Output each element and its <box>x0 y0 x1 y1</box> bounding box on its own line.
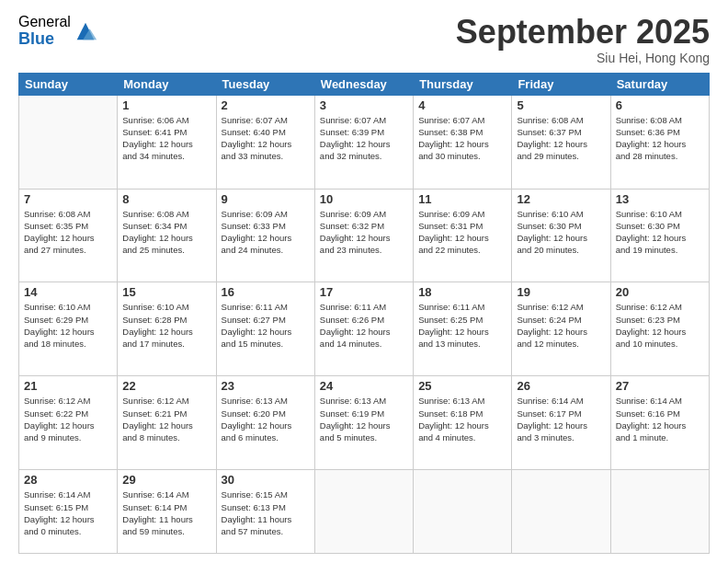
logo-text: General Blue <box>18 14 71 48</box>
day-number: 20 <box>616 285 704 299</box>
calendar-week-1: 7Sunrise: 6:08 AM Sunset: 6:35 PM Daylig… <box>19 189 710 282</box>
day-info: Sunrise: 6:08 AM Sunset: 6:37 PM Dayligh… <box>517 114 605 163</box>
day-info: Sunrise: 6:14 AM Sunset: 6:16 PM Dayligh… <box>616 395 704 443</box>
table-row: 9Sunrise: 6:09 AM Sunset: 6:33 PM Daylig… <box>216 189 314 282</box>
table-row <box>512 470 610 554</box>
table-row: 7Sunrise: 6:08 AM Sunset: 6:35 PM Daylig… <box>19 189 118 282</box>
table-row: 29Sunrise: 6:14 AM Sunset: 6:14 PM Dayli… <box>118 470 216 554</box>
table-row: 26Sunrise: 6:14 AM Sunset: 6:17 PM Dayli… <box>512 376 610 470</box>
day-info: Sunrise: 6:12 AM Sunset: 6:23 PM Dayligh… <box>616 301 704 350</box>
calendar-week-0: 1Sunrise: 6:06 AM Sunset: 6:41 PM Daylig… <box>19 95 710 189</box>
day-number: 3 <box>320 98 408 112</box>
table-row: 28Sunrise: 6:14 AM Sunset: 6:15 PM Dayli… <box>19 470 118 554</box>
day-number: 12 <box>517 192 605 206</box>
table-row: 12Sunrise: 6:10 AM Sunset: 6:30 PM Dayli… <box>512 189 610 282</box>
calendar-week-4: 28Sunrise: 6:14 AM Sunset: 6:15 PM Dayli… <box>19 470 710 554</box>
table-row <box>414 470 512 554</box>
day-number: 21 <box>24 379 112 393</box>
table-row <box>314 470 413 554</box>
table-row: 17Sunrise: 6:11 AM Sunset: 6:26 PM Dayli… <box>314 282 413 376</box>
day-info: Sunrise: 6:10 AM Sunset: 6:29 PM Dayligh… <box>24 301 112 350</box>
day-info: Sunrise: 6:12 AM Sunset: 6:24 PM Dayligh… <box>517 301 605 350</box>
day-number: 13 <box>616 192 704 206</box>
col-sunday: Sunday <box>19 73 118 95</box>
calendar-week-2: 14Sunrise: 6:10 AM Sunset: 6:29 PM Dayli… <box>19 282 710 376</box>
day-number: 5 <box>517 98 605 112</box>
table-row: 30Sunrise: 6:15 AM Sunset: 6:13 PM Dayli… <box>216 470 314 554</box>
table-row: 21Sunrise: 6:12 AM Sunset: 6:22 PM Dayli… <box>19 376 118 470</box>
day-info: Sunrise: 6:08 AM Sunset: 6:35 PM Dayligh… <box>24 208 112 257</box>
day-info: Sunrise: 6:13 AM Sunset: 6:19 PM Dayligh… <box>320 395 408 443</box>
table-row: 27Sunrise: 6:14 AM Sunset: 6:16 PM Dayli… <box>610 376 709 470</box>
day-info: Sunrise: 6:07 AM Sunset: 6:40 PM Dayligh… <box>222 114 310 163</box>
day-number: 25 <box>418 379 506 393</box>
table-row: 2Sunrise: 6:07 AM Sunset: 6:40 PM Daylig… <box>216 95 314 189</box>
col-friday: Friday <box>512 73 610 95</box>
day-info: Sunrise: 6:12 AM Sunset: 6:22 PM Dayligh… <box>24 395 112 443</box>
table-row: 25Sunrise: 6:13 AM Sunset: 6:18 PM Dayli… <box>414 376 512 470</box>
day-number: 6 <box>616 98 704 112</box>
table-row <box>19 95 118 189</box>
day-info: Sunrise: 6:08 AM Sunset: 6:36 PM Dayligh… <box>616 114 704 163</box>
day-number: 11 <box>418 192 506 206</box>
day-number: 24 <box>320 379 408 393</box>
col-thursday: Thursday <box>414 73 512 95</box>
table-row: 3Sunrise: 6:07 AM Sunset: 6:39 PM Daylig… <box>314 95 413 189</box>
day-number: 9 <box>222 192 310 206</box>
page: General Blue September 2025 Siu Hei, Hon… <box>0 0 728 563</box>
day-info: Sunrise: 6:07 AM Sunset: 6:38 PM Dayligh… <box>418 114 506 163</box>
col-wednesday: Wednesday <box>314 73 413 95</box>
table-row: 18Sunrise: 6:11 AM Sunset: 6:25 PM Dayli… <box>414 282 512 376</box>
day-number: 7 <box>24 192 112 206</box>
day-info: Sunrise: 6:15 AM Sunset: 6:13 PM Dayligh… <box>222 488 310 537</box>
table-row: 1Sunrise: 6:06 AM Sunset: 6:41 PM Daylig… <box>118 95 216 189</box>
day-info: Sunrise: 6:14 AM Sunset: 6:17 PM Dayligh… <box>517 395 605 443</box>
location: Siu Hei, Hong Kong <box>456 51 710 65</box>
table-row: 24Sunrise: 6:13 AM Sunset: 6:19 PM Dayli… <box>314 376 413 470</box>
day-info: Sunrise: 6:11 AM Sunset: 6:25 PM Dayligh… <box>418 301 506 350</box>
day-info: Sunrise: 6:13 AM Sunset: 6:18 PM Dayligh… <box>418 395 506 443</box>
table-row: 13Sunrise: 6:10 AM Sunset: 6:30 PM Dayli… <box>610 189 709 282</box>
day-number: 8 <box>122 192 210 206</box>
table-row: 20Sunrise: 6:12 AM Sunset: 6:23 PM Dayli… <box>610 282 709 376</box>
day-info: Sunrise: 6:10 AM Sunset: 6:30 PM Dayligh… <box>616 208 704 257</box>
day-number: 29 <box>122 473 210 487</box>
title-block: September 2025 Siu Hei, Hong Kong <box>456 14 710 65</box>
table-row: 22Sunrise: 6:12 AM Sunset: 6:21 PM Dayli… <box>118 376 216 470</box>
day-number: 10 <box>320 192 408 206</box>
table-row: 4Sunrise: 6:07 AM Sunset: 6:38 PM Daylig… <box>414 95 512 189</box>
day-info: Sunrise: 6:08 AM Sunset: 6:34 PM Dayligh… <box>122 208 210 257</box>
day-info: Sunrise: 6:10 AM Sunset: 6:30 PM Dayligh… <box>517 208 605 257</box>
day-number: 18 <box>418 285 506 299</box>
day-number: 28 <box>24 473 112 487</box>
day-info: Sunrise: 6:09 AM Sunset: 6:32 PM Dayligh… <box>320 208 408 257</box>
day-number: 17 <box>320 285 408 299</box>
header: General Blue September 2025 Siu Hei, Hon… <box>18 14 710 65</box>
day-number: 19 <box>517 285 605 299</box>
day-number: 22 <box>122 379 210 393</box>
calendar-week-3: 21Sunrise: 6:12 AM Sunset: 6:22 PM Dayli… <box>19 376 710 470</box>
day-info: Sunrise: 6:11 AM Sunset: 6:27 PM Dayligh… <box>222 301 310 350</box>
table-row: 8Sunrise: 6:08 AM Sunset: 6:34 PM Daylig… <box>118 189 216 282</box>
logo-blue: Blue <box>18 30 71 49</box>
table-row: 10Sunrise: 6:09 AM Sunset: 6:32 PM Dayli… <box>314 189 413 282</box>
table-row: 15Sunrise: 6:10 AM Sunset: 6:28 PM Dayli… <box>118 282 216 376</box>
table-row: 19Sunrise: 6:12 AM Sunset: 6:24 PM Dayli… <box>512 282 610 376</box>
table-row <box>610 470 709 554</box>
table-row: 14Sunrise: 6:10 AM Sunset: 6:29 PM Dayli… <box>19 282 118 376</box>
table-row: 16Sunrise: 6:11 AM Sunset: 6:27 PM Dayli… <box>216 282 314 376</box>
table-row: 23Sunrise: 6:13 AM Sunset: 6:20 PM Dayli… <box>216 376 314 470</box>
day-number: 1 <box>122 98 210 112</box>
day-number: 15 <box>122 285 210 299</box>
col-saturday: Saturday <box>610 73 709 95</box>
day-info: Sunrise: 6:07 AM Sunset: 6:39 PM Dayligh… <box>320 114 408 163</box>
calendar-table: Sunday Monday Tuesday Wednesday Thursday… <box>18 73 710 554</box>
logo-icon <box>73 18 98 44</box>
col-tuesday: Tuesday <box>216 73 314 95</box>
calendar-header-row: Sunday Monday Tuesday Wednesday Thursday… <box>19 73 710 95</box>
day-info: Sunrise: 6:12 AM Sunset: 6:21 PM Dayligh… <box>122 395 210 443</box>
day-number: 30 <box>222 473 310 487</box>
table-row: 5Sunrise: 6:08 AM Sunset: 6:37 PM Daylig… <box>512 95 610 189</box>
day-number: 26 <box>517 379 605 393</box>
logo: General Blue <box>18 14 98 48</box>
